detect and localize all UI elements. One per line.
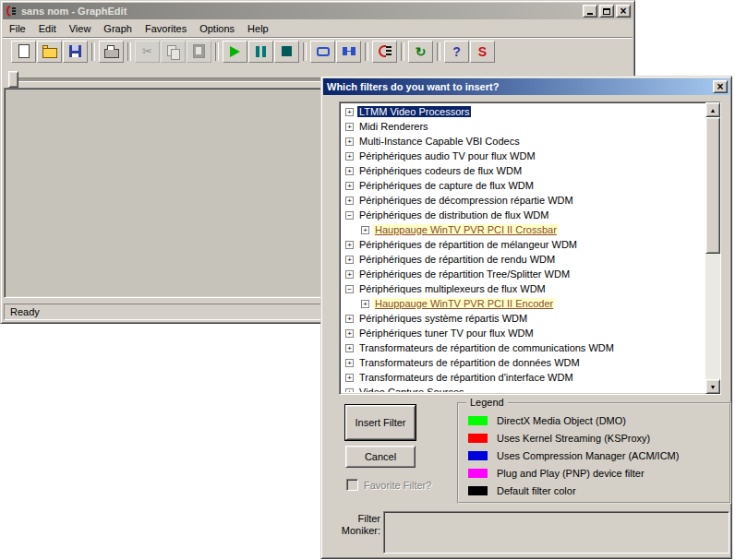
toolbar-button-copy[interactable] [161,41,186,63]
menu-edit[interactable]: Edit [32,20,63,37]
tree-item[interactable]: +Hauppauge WinTV PVR PCI II Encoder [342,296,704,311]
stats-icon [478,44,487,59]
expand-icon[interactable]: + [345,256,354,264]
scroll-up-button[interactable]: ▲ [705,102,720,117]
expand-icon[interactable]: + [361,226,369,234]
filter-tree-rows: +LTMM Video Processors+Midi Renderers+Mu… [342,104,704,392]
expand-icon[interactable]: + [345,197,354,205]
toolbar-button-paste[interactable] [187,41,211,63]
menu-graph[interactable]: Graph [97,20,139,37]
tree-item[interactable]: +Multi-Instance Capable VBI Codecs [342,134,704,149]
maximize-icon [603,8,610,15]
dialog-title: Which filters do you want to insert? [325,81,711,92]
expand-icon[interactable]: + [345,374,354,382]
tree-item[interactable]: −Périphériques de distribution de flux W… [342,208,704,222]
tree-item-label: Périphériques de capture de flux WDM [357,180,536,191]
dialog-close-button[interactable]: × [713,80,728,93]
tree-item[interactable]: +LTMM Video Processors [342,104,704,119]
menu-view[interactable]: View [63,20,98,37]
expand-icon[interactable]: + [345,344,354,352]
expand-icon[interactable]: + [361,300,369,308]
toolbar-button-new-document[interactable] [11,41,36,63]
tree-item[interactable]: +Midi Renderers [342,119,704,134]
seek-slider-thumb[interactable] [8,71,18,88]
minimize-button[interactable] [583,5,597,18]
expand-icon[interactable]: + [345,241,354,249]
toolbar-separator [215,42,219,61]
toolbar-button-cut[interactable] [135,41,160,63]
toolbar-button-stop[interactable] [274,41,299,63]
toolbar-separator [303,42,307,61]
expand-icon[interactable]: + [345,329,354,338]
tree-item[interactable]: +Périphériques de décompression répartie… [342,193,704,208]
toolbar-button-pause[interactable] [248,41,273,63]
legend-item-label: DirectX Media Object (DMO) [497,415,626,426]
tree-item[interactable]: +Périphériques de répartition de mélange… [342,237,704,252]
toolbar-button-print[interactable] [99,41,124,63]
cancel-button[interactable]: Cancel [345,446,416,468]
legend-color-chip [468,416,488,425]
scrollbar-thumb[interactable] [705,117,720,254]
tree-item[interactable]: +Transformateurs de répartition d'interf… [342,370,704,385]
play-icon [230,46,240,57]
toolbar-button-connect-remote[interactable] [310,41,335,63]
expand-icon[interactable]: + [345,152,354,161]
favorite-filter-checkbox[interactable] [346,479,358,491]
tree-item[interactable]: +Transformateurs de répartition de commu… [342,340,704,355]
tree-item[interactable]: +Périphériques de répartition Tree/Split… [342,267,704,281]
minimize-icon [587,13,593,15]
insert-filter-button[interactable]: Insert Filter [345,405,416,440]
tree-item[interactable]: +Transformateurs de répartition de donné… [342,355,704,370]
copy-icon [167,45,176,56]
toolbar-button-save[interactable] [63,41,88,63]
expand-icon[interactable]: + [345,108,354,116]
toolbar-separator [127,42,131,61]
tree-item[interactable]: +Périphériques tuner TV pour flux WDM [342,326,704,340]
expand-icon[interactable]: + [345,315,354,323]
scroll-down-button[interactable]: ▼ [705,379,720,394]
expand-icon[interactable]: + [345,270,354,279]
expand-icon[interactable]: + [345,388,354,393]
tree-item[interactable]: +Périphériques de capture de flux WDM [342,178,704,193]
toolbar-button-play[interactable] [223,41,247,63]
legend-item: DirectX Media Object (DMO) [468,411,726,429]
tree-item-label: Périphériques multiplexeurs de flux WDM [357,283,548,294]
tree-item[interactable]: +Périphériques codeurs de flux WDM [342,163,704,178]
expand-icon[interactable]: + [345,182,354,190]
toolbar-button-refresh[interactable] [408,41,433,63]
filter-moniker-field[interactable] [383,511,729,554]
tree-item-label: Périphériques tuner TV pour flux WDM [357,328,536,339]
tree-item[interactable]: −Périphériques multiplexeurs de flux WDM [342,281,704,296]
dialog-titlebar[interactable]: Which filters do you want to insert? × [323,78,729,95]
collapse-icon[interactable]: − [345,285,354,293]
render-media-icon [343,47,347,55]
tree-item[interactable]: +Hauppauge WinTV PVR PCI II Crossbar [342,222,704,237]
expand-icon[interactable]: + [345,167,354,175]
toolbar-button-help[interactable] [444,41,469,63]
expand-icon[interactable]: + [345,359,354,367]
tree-scrollbar: ▲ ▼ [705,102,720,394]
collapse-icon[interactable]: − [345,211,354,220]
toolbar-button-render-media[interactable] [336,41,361,63]
tree-item[interactable]: +Video Capture Sources [342,385,704,392]
toolbar-button-stats[interactable] [470,41,495,63]
menu-favorites[interactable]: Favorites [139,20,193,37]
menu-help[interactable]: Help [241,20,275,37]
tree-item-label: Périphériques de répartition de mélangeu… [357,239,579,250]
maximize-button[interactable] [599,5,614,18]
menu-options[interactable]: Options [193,20,241,37]
tree-item[interactable]: +Périphériques audio TV pour flux WDM [342,149,704,163]
legend-item: Default filter color [468,482,726,499]
tree-item[interactable]: +Périphériques de répartition de rendu W… [342,252,704,267]
tree-item-label: Transformateurs de répartition de commun… [357,342,616,353]
legend-item-label: Plug and Play (PNP) device filter [497,468,645,479]
menu-file[interactable]: File [3,20,32,37]
main-titlebar[interactable]: sans nom - GraphEdit × [3,3,633,19]
tree-item[interactable]: +Périphériques système répartis WDM [342,311,704,326]
favorite-filter-label: Favorite Filter? [364,480,431,491]
expand-icon[interactable]: + [345,123,354,131]
close-button[interactable]: × [616,5,631,18]
toolbar-button-insert-filters[interactable] [372,41,397,63]
toolbar-button-open-folder[interactable] [37,41,62,63]
expand-icon[interactable]: + [345,137,354,146]
